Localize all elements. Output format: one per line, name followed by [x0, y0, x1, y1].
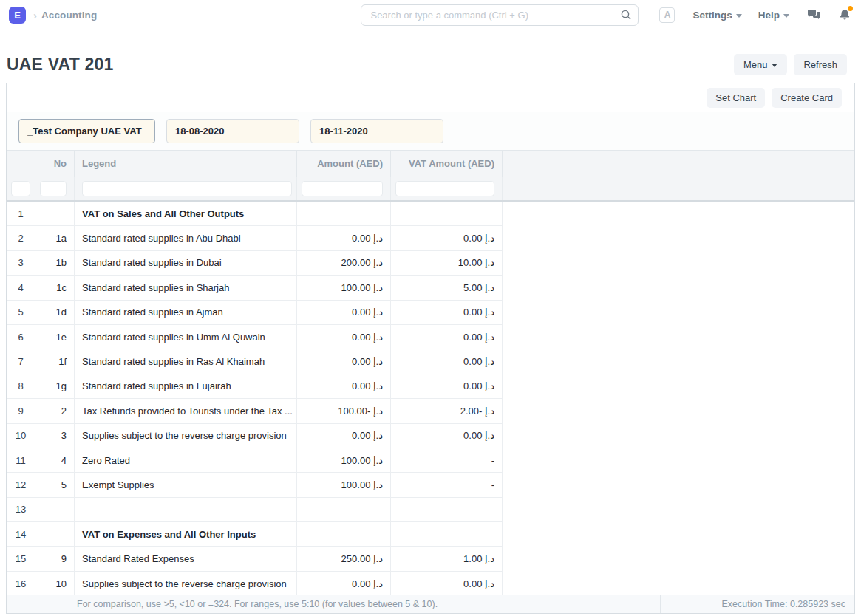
- refresh-button[interactable]: Refresh: [794, 54, 847, 75]
- row-index-cell: 15: [7, 547, 35, 571]
- row-no-cell[interactable]: 1g: [35, 374, 75, 399]
- row-amount-cell[interactable]: 0.00 د.إ: [297, 349, 391, 374]
- table-row: 14 VAT on Expenses and All Other Inputs: [7, 522, 854, 547]
- to-date-filter-input[interactable]: 18-11-2020: [310, 119, 443, 143]
- row-amount-cell[interactable]: 0.00 د.إ: [297, 226, 391, 250]
- row-index-cell: 1: [7, 202, 35, 226]
- row-legend-cell[interactable]: [75, 498, 297, 522]
- user-avatar[interactable]: A: [659, 7, 675, 23]
- row-no-cell[interactable]: [35, 202, 75, 226]
- row-vat-amount-cell[interactable]: [391, 522, 503, 547]
- row-legend-cell[interactable]: Standard rated supplies in Dubai: [75, 251, 297, 276]
- row-index-cell: 5: [7, 301, 35, 325]
- filter-cell-index: [7, 177, 35, 200]
- row-amount-cell[interactable]: 200.00 د.إ: [297, 251, 391, 276]
- row-no-cell[interactable]: 4: [35, 448, 75, 473]
- row-amount-cell[interactable]: 100.00 د.إ: [297, 473, 391, 497]
- row-no-cell[interactable]: 1a: [35, 226, 75, 250]
- row-no-cell[interactable]: [35, 522, 75, 547]
- row-legend-cell[interactable]: VAT on Expenses and All Other Inputs: [75, 522, 297, 547]
- row-legend-cell[interactable]: Exempt Supplies: [75, 473, 297, 497]
- row-no-cell[interactable]: 1e: [35, 325, 75, 349]
- row-amount-cell[interactable]: 0.00 د.إ: [297, 325, 391, 349]
- row-legend-cell[interactable]: Standard rated supplies in Ras Al Khaima…: [75, 349, 297, 374]
- row-legend-cell[interactable]: Tax Refunds provided to Tourists under t…: [75, 399, 297, 423]
- row-amount-cell[interactable]: [297, 202, 391, 226]
- row-legend-cell[interactable]: Supplies subject to the reverse charge p…: [75, 424, 297, 448]
- row-vat-amount-cell[interactable]: 2.00- د.إ: [391, 399, 503, 423]
- row-vat-amount-cell[interactable]: 0.00 د.إ: [391, 374, 503, 399]
- row-vat-amount-cell[interactable]: -: [391, 448, 503, 473]
- menu-button-label: Menu: [743, 59, 768, 70]
- settings-menu[interactable]: Settings: [692, 10, 741, 21]
- create-card-button[interactable]: Create Card: [772, 88, 842, 108]
- row-vat-amount-cell[interactable]: [391, 498, 503, 522]
- row-no-cell[interactable]: 3: [35, 424, 75, 448]
- column-header-no[interactable]: No: [35, 151, 75, 177]
- index-column-filter-input[interactable]: [11, 181, 30, 196]
- app-logo[interactable]: E: [9, 7, 26, 24]
- row-amount-cell[interactable]: 0.00 د.إ: [297, 301, 391, 325]
- row-legend-cell[interactable]: Standard rated supplies in Fujairah: [75, 374, 297, 399]
- column-header-index[interactable]: [7, 151, 35, 177]
- search-input[interactable]: [361, 4, 639, 26]
- column-header-vat-amount[interactable]: VAT Amount (AED): [391, 151, 503, 177]
- table-row: 8 1g Standard rated supplies in Fujairah…: [7, 374, 854, 399]
- row-amount-cell[interactable]: 100.00- د.إ: [297, 399, 391, 423]
- from-date-filter-input[interactable]: 18-08-2020: [166, 119, 299, 143]
- row-vat-amount-cell[interactable]: 10.00 د.إ: [391, 251, 503, 276]
- row-legend-cell[interactable]: Standard rated supplies in Umm Al Quwain: [75, 325, 297, 349]
- row-amount-cell[interactable]: 0.00 د.إ: [297, 424, 391, 448]
- row-vat-amount-cell[interactable]: 0.00 د.إ: [391, 349, 503, 374]
- row-vat-amount-cell[interactable]: 0.00 د.إ: [391, 226, 503, 250]
- no-column-filter-input[interactable]: [40, 181, 67, 196]
- breadcrumb[interactable]: Accounting: [41, 10, 97, 21]
- help-menu[interactable]: Help: [758, 10, 789, 21]
- set-chart-button[interactable]: Set Chart: [707, 88, 765, 108]
- row-no-cell[interactable]: 9: [35, 547, 75, 571]
- row-amount-cell[interactable]: [297, 522, 391, 547]
- amount-column-filter-input[interactable]: [302, 181, 383, 196]
- row-legend-cell[interactable]: Zero Rated: [75, 448, 297, 473]
- table-row: 4 1c Standard rated supplies in Sharjah …: [7, 276, 854, 300]
- row-amount-cell[interactable]: 250.00 د.إ: [297, 547, 391, 571]
- row-amount-cell[interactable]: [297, 498, 391, 522]
- row-vat-amount-cell[interactable]: 0.00 د.إ: [391, 572, 503, 596]
- row-no-cell[interactable]: 1d: [35, 301, 75, 325]
- row-no-cell[interactable]: 1c: [35, 276, 75, 300]
- row-vat-amount-cell[interactable]: [391, 202, 503, 226]
- company-filter-input[interactable]: _Test Company UAE VAT: [18, 119, 155, 143]
- search-icon: [620, 9, 632, 21]
- column-header-amount[interactable]: Amount (AED): [297, 151, 391, 177]
- row-legend-cell[interactable]: VAT on Sales and All Other Outputs: [75, 202, 297, 226]
- row-no-cell[interactable]: 5: [35, 473, 75, 497]
- row-legend-cell[interactable]: Standard rated supplies in Sharjah: [75, 276, 297, 300]
- row-legend-cell[interactable]: Standard rated supplies in Abu Dhabi: [75, 226, 297, 250]
- legend-column-filter-input[interactable]: [82, 181, 292, 196]
- row-vat-amount-cell[interactable]: 0.00 د.إ: [391, 424, 503, 448]
- notifications-button[interactable]: [839, 9, 851, 21]
- filter-cell-vat-amount: [391, 177, 503, 200]
- row-vat-amount-cell[interactable]: 0.00 د.إ: [391, 325, 503, 349]
- row-no-cell[interactable]: 1b: [35, 251, 75, 276]
- row-vat-amount-cell[interactable]: 5.00 د.إ: [391, 276, 503, 300]
- row-vat-amount-cell[interactable]: 0.00 د.إ: [391, 301, 503, 325]
- row-amount-cell[interactable]: 100.00 د.إ: [297, 276, 391, 300]
- vat-amount-column-filter-input[interactable]: [395, 181, 494, 196]
- row-legend-cell[interactable]: Supplies subject to the reverse charge p…: [75, 572, 297, 596]
- row-no-cell[interactable]: 2: [35, 399, 75, 423]
- menu-button[interactable]: Menu: [734, 54, 788, 75]
- row-vat-amount-cell[interactable]: 1.00 د.إ: [391, 547, 503, 571]
- row-amount-cell[interactable]: 100.00 د.إ: [297, 448, 391, 473]
- row-amount-cell[interactable]: 0.00 د.إ: [297, 572, 391, 596]
- chat-button[interactable]: [807, 9, 821, 21]
- row-legend-cell[interactable]: Standard rated supplies in Ajman: [75, 301, 297, 325]
- row-legend-cell[interactable]: Standard Rated Expenses: [75, 547, 297, 571]
- row-no-cell[interactable]: 1f: [35, 349, 75, 374]
- row-index-cell: 7: [7, 349, 35, 374]
- row-no-cell[interactable]: 10: [35, 572, 75, 596]
- row-amount-cell[interactable]: 0.00 د.إ: [297, 374, 391, 399]
- row-no-cell[interactable]: [35, 498, 75, 522]
- column-header-legend[interactable]: Legend: [75, 151, 297, 177]
- row-vat-amount-cell[interactable]: -: [391, 473, 503, 497]
